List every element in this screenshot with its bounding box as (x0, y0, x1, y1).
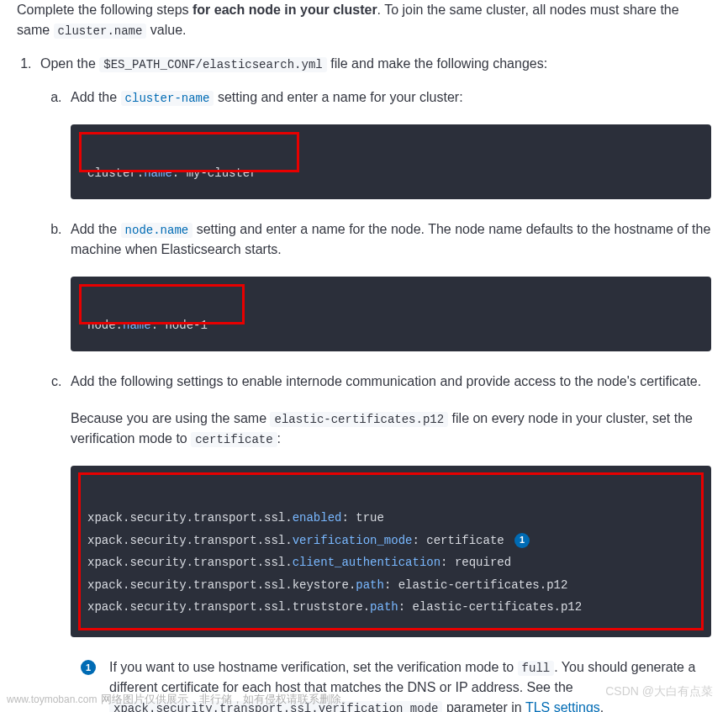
intro-prefix: Complete the following steps (17, 3, 193, 17)
sub-c-p2-code1: elastic-certificates.p12 (270, 412, 448, 427)
intro-bold: for each node in your cluster (193, 3, 377, 17)
step1-prefix: Open the (40, 56, 99, 71)
codeblock-node-name[interactable]: node.name: node-1 (71, 277, 711, 351)
substeps-list: Add the cluster-name setting and enter a… (40, 87, 711, 712)
watermark-right: CSDN @大白有点菜 (605, 683, 713, 700)
callout-code-full: full (518, 661, 555, 676)
sub-a-suffix: setting and enter a name for your cluste… (214, 90, 462, 104)
watermark-center: 网络图片仅供展示，非行储，如有侵权请联系删除。 (101, 691, 352, 708)
steps-list: Open the $ES_PATH_CONF/elasticsearch.yml… (17, 54, 711, 712)
sub-c-p1: Add the following settings to enable int… (71, 372, 711, 392)
highlight-box (79, 284, 245, 324)
codeblock-ssl-settings[interactable]: xpack.security.transport.ssl.enabled: tr… (71, 466, 711, 637)
substep-c: Add the following settings to enable int… (66, 372, 711, 712)
sub-c-p2-code2: certificate (191, 432, 277, 447)
step1-code: $ES_PATH_CONF/elasticsearch.yml (99, 57, 326, 72)
intro-suffix: value. (146, 23, 186, 37)
step1-suffix: file and make the following changes: (327, 56, 547, 71)
intro-code: cluster.name (54, 24, 147, 39)
sub-b-code[interactable]: node.name (121, 223, 193, 238)
callout-number-icon[interactable]: 1 (81, 660, 96, 675)
sub-a-code[interactable]: cluster-name (121, 91, 214, 106)
sub-c-p2-prefix: Because you are using the same (71, 411, 270, 425)
substep-a: Add the cluster-name setting and enter a… (66, 87, 711, 199)
sub-b-prefix: Add the (71, 222, 121, 236)
highlight-box (79, 132, 299, 172)
intro-paragraph: Complete the following steps for each no… (17, 0, 711, 40)
codeblock-cluster-name[interactable]: cluster.name: my-cluster (71, 124, 711, 199)
substep-b: Add the node.name setting and enter a na… (66, 219, 711, 351)
sub-a-prefix: Add the (71, 90, 121, 104)
step-1: Open the $ES_PATH_CONF/elasticsearch.yml… (35, 54, 711, 712)
watermark-left: www.toymoban.com (7, 692, 97, 707)
highlight-box (78, 472, 704, 630)
document-body: Complete the following steps for each no… (0, 0, 728, 712)
sub-c-p2-suffix: : (277, 431, 281, 446)
tls-settings-link[interactable]: TLS settings (525, 700, 600, 712)
